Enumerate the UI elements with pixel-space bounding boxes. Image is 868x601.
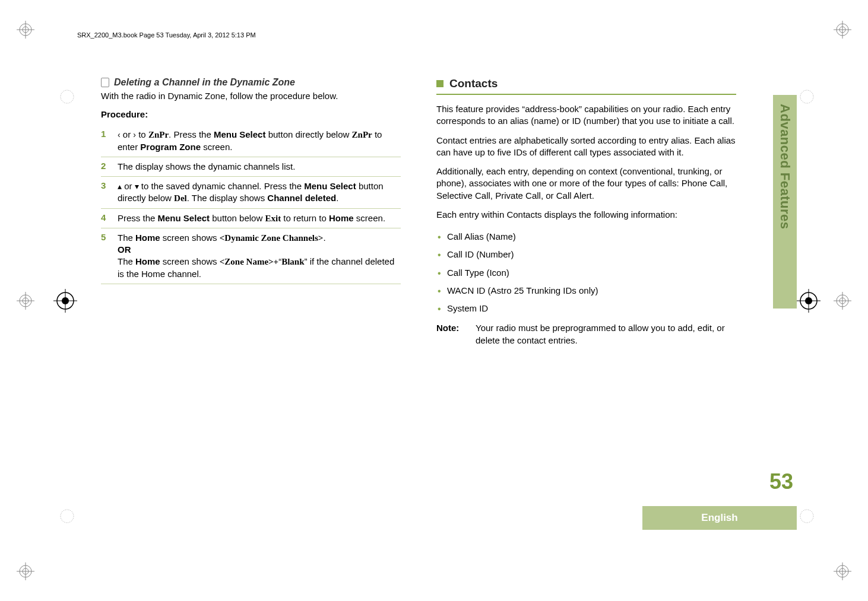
right-heading-text: Contacts [449, 77, 498, 90]
procedure-label: Procedure: [101, 109, 401, 119]
step-number: 5 [101, 232, 109, 280]
step-number: 1 [101, 129, 109, 153]
up-arrow-icon: ▴ [118, 182, 122, 191]
content-area: Deleting a Channel in the Dynamic Zone W… [101, 77, 767, 346]
step-5: 5 The Home screen shows <Dynamic Zone Ch… [101, 228, 401, 284]
step-body: Press the Menu Select button below Exit … [118, 212, 385, 224]
left-heading-text: Deleting a Channel in the Dynamic Zone [114, 77, 295, 88]
right-column: Contacts This feature provides “address-… [436, 77, 736, 346]
right-heading: Contacts [436, 77, 736, 90]
step-4: 4 Press the Menu Select button below Exi… [101, 209, 401, 228]
target-mark-icon [797, 289, 821, 313]
left-intro: With the radio in Dynamic Zone, follow t… [101, 90, 401, 102]
step-body: The display shows the dynamic channels l… [118, 161, 295, 173]
step-number: 2 [101, 161, 109, 173]
register-mark-icon [799, 89, 815, 104]
step-number: 3 [101, 180, 109, 205]
svg-point-27 [800, 510, 813, 523]
list-item: Call Type (Icon) [436, 264, 736, 282]
list-item: Call ID (Number) [436, 246, 736, 263]
register-mark-icon [59, 508, 75, 524]
step-body: ▴ or ▾ to the saved dynamic channel. Pre… [118, 180, 401, 205]
svg-point-24 [61, 90, 74, 103]
register-mark-icon [799, 508, 815, 524]
step-3: 3 ▴ or ▾ to the saved dynamic channel. P… [101, 177, 401, 209]
svg-point-25 [800, 90, 813, 103]
down-arrow-icon: ▾ [135, 182, 139, 191]
crop-mark-icon [17, 292, 34, 310]
note-text: Your radio must be preprogrammed to allo… [476, 322, 736, 346]
step-number: 4 [101, 212, 109, 224]
step-1: 1 ‹ or › to ZnPr. Press the Menu Select … [101, 125, 401, 157]
running-header: SRX_2200_M3.book Page 53 Tuesday, April … [77, 31, 256, 39]
left-heading: Deleting a Channel in the Dynamic Zone [101, 77, 401, 88]
paragraph: Contact entries are alphabetically sorte… [436, 135, 736, 159]
crop-mark-icon [834, 562, 851, 580]
divider [436, 94, 736, 95]
paragraph: Additionally, each entry, depending on c… [436, 166, 736, 202]
crop-mark-icon [17, 562, 34, 580]
list-item: WACN ID (Astro 25 Trunking IDs only) [436, 282, 736, 300]
left-column: Deleting a Channel in the Dynamic Zone W… [101, 77, 401, 346]
page-icon [101, 78, 109, 87]
crop-mark-icon [834, 292, 851, 310]
page-number: 53 [769, 469, 793, 494]
page-container: SRX_2200_M3.book Page 53 Tuesday, April … [0, 0, 868, 601]
note-row: Note: Your radio must be preprogrammed t… [436, 322, 736, 346]
step-body: ‹ or › to ZnPr. Press the Menu Select bu… [118, 129, 401, 153]
list-item: System ID [436, 300, 736, 317]
register-mark-icon [59, 89, 75, 104]
svg-point-26 [61, 510, 74, 523]
crop-mark-icon [17, 21, 34, 39]
section-marker-icon [436, 80, 443, 87]
step-2: 2 The display shows the dynamic channels… [101, 157, 401, 177]
side-tab-label: Advanced Features [777, 104, 793, 229]
list-item: Call Alias (Name) [436, 228, 736, 246]
crop-mark-icon [834, 21, 851, 39]
step-body: The Home screen shows <Dynamic Zone Chan… [118, 232, 401, 280]
footer-language: English [642, 506, 797, 530]
paragraph: Each entry within Contacts displays the … [436, 209, 736, 221]
paragraph: This feature provides “address-book” cap… [436, 103, 736, 128]
note-label: Note: [436, 322, 466, 346]
target-mark-icon [53, 289, 77, 313]
bullet-list: Call Alias (Name) Call ID (Number) Call … [436, 228, 736, 317]
